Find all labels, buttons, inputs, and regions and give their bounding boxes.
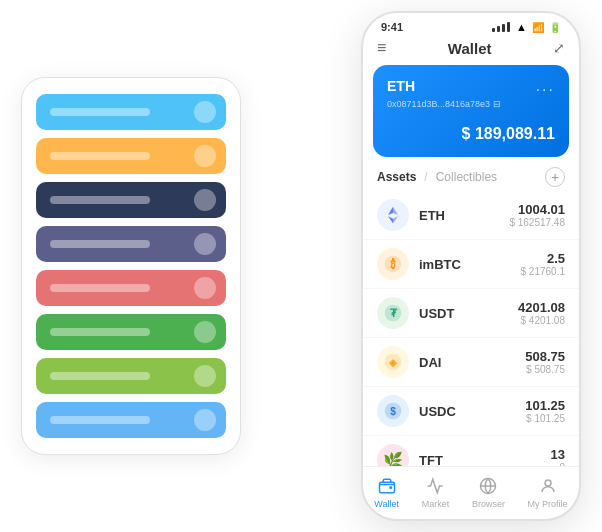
asset-amount: 508.75 (525, 349, 565, 364)
svg-marker-3 (388, 216, 393, 223)
svg-text:$: $ (390, 406, 396, 417)
nav-wallet[interactable]: Wallet (374, 475, 399, 509)
asset-amounts: 13 0 (551, 447, 565, 466)
asset-name: ETH (419, 208, 499, 223)
list-item[interactable] (36, 182, 226, 218)
table-row[interactable]: ETH 1004.01 $ 162517.48 (363, 191, 579, 240)
browser-icon (477, 475, 499, 497)
phone: 9:41 ▲ 📶 🔋 ≡ Wallet ⤢ ETH (361, 11, 581, 521)
list-item[interactable] (36, 314, 226, 350)
list-item[interactable] (36, 358, 226, 394)
svg-point-14 (545, 480, 551, 486)
nav-market[interactable]: Market (422, 475, 450, 509)
usdc-icon: $ (377, 395, 409, 427)
scene: 9:41 ▲ 📶 🔋 ≡ Wallet ⤢ ETH (21, 11, 581, 521)
wallet-icon (376, 475, 398, 497)
list-item[interactable] (36, 138, 226, 174)
status-time: 9:41 (381, 21, 403, 33)
nav-browser-label: Browser (472, 499, 505, 509)
assets-header: Assets / Collectibles + (363, 157, 579, 191)
eth-icon (377, 199, 409, 231)
svg-text:₿: ₿ (390, 258, 396, 270)
nav-market-label: Market (422, 499, 450, 509)
nav-wallet-label: Wallet (374, 499, 399, 509)
eth-balance-prefix: $ (462, 125, 475, 142)
asset-amount: 1004.01 (509, 202, 565, 217)
svg-marker-1 (388, 207, 393, 215)
add-asset-button[interactable]: + (545, 167, 565, 187)
imbtc-icon: ₿ (377, 248, 409, 280)
bottom-nav: Wallet Market Browser My Profile (363, 466, 579, 519)
tft-icon: 🌿 (377, 444, 409, 466)
asset-usd: $ 162517.48 (509, 217, 565, 228)
asset-name: TFT (419, 453, 541, 467)
nav-profile-label: My Profile (528, 499, 568, 509)
usdt-icon: ₮ (377, 297, 409, 329)
asset-usd: $ 508.75 (525, 364, 565, 375)
table-row[interactable]: $ USDC 101.25 $ 101.25 (363, 387, 579, 436)
card-stack (21, 77, 241, 455)
eth-balance-value: 189,089.11 (475, 125, 555, 142)
nav-profile[interactable]: My Profile (528, 475, 568, 509)
tab-collectibles[interactable]: Collectibles (436, 170, 497, 184)
svg-text:◈: ◈ (388, 357, 398, 368)
eth-more-icon[interactable]: ... (536, 77, 555, 95)
eth-ticker: ETH (387, 78, 415, 94)
asset-amounts: 2.5 $ 21760.1 (521, 251, 566, 277)
table-row[interactable]: ◈ DAI 508.75 $ 508.75 (363, 338, 579, 387)
asset-name: USDT (419, 306, 508, 321)
table-row[interactable]: 🌿 TFT 13 0 (363, 436, 579, 466)
list-item[interactable] (36, 402, 226, 438)
svg-marker-0 (393, 207, 398, 215)
page-title: Wallet (448, 40, 492, 57)
svg-text:₮: ₮ (390, 307, 398, 319)
assets-tabs: Assets / Collectibles (377, 170, 497, 184)
asset-amount: 2.5 (521, 251, 566, 266)
table-row[interactable]: ₮ USDT 4201.08 $ 4201.08 (363, 289, 579, 338)
eth-card[interactable]: ETH ... 0x08711d3B...8416a78e3 ⊟ $ 189,0… (373, 65, 569, 157)
tab-assets[interactable]: Assets (377, 170, 416, 184)
expand-icon[interactable]: ⤢ (553, 40, 565, 56)
asset-amount: 13 (551, 447, 565, 462)
asset-amount: 4201.08 (518, 300, 565, 315)
asset-usd: $ 21760.1 (521, 266, 566, 277)
asset-name: imBTC (419, 257, 511, 272)
dai-icon: ◈ (377, 346, 409, 378)
phone-header: ≡ Wallet ⤢ (363, 33, 579, 65)
asset-amounts: 1004.01 $ 162517.48 (509, 202, 565, 228)
tab-separator: / (424, 170, 427, 184)
list-item[interactable] (36, 226, 226, 262)
list-item[interactable] (36, 94, 226, 130)
hamburger-icon[interactable]: ≡ (377, 39, 386, 57)
list-item[interactable] (36, 270, 226, 306)
asset-amount: 101.25 (525, 398, 565, 413)
asset-list: ETH 1004.01 $ 162517.48 ₿ imBTC 2.5 $ 21… (363, 191, 579, 466)
eth-balance: $ 189,089.11 (387, 119, 555, 145)
asset-amounts: 508.75 $ 508.75 (525, 349, 565, 375)
status-bar: 9:41 ▲ 📶 🔋 (363, 13, 579, 33)
asset-usd: $ 101.25 (525, 413, 565, 424)
eth-address: 0x08711d3B...8416a78e3 ⊟ (387, 99, 555, 109)
nav-browser[interactable]: Browser (472, 475, 505, 509)
asset-amounts: 4201.08 $ 4201.08 (518, 300, 565, 326)
market-icon (424, 475, 446, 497)
asset-name: USDC (419, 404, 515, 419)
profile-icon (537, 475, 559, 497)
status-icons: ▲ 📶 🔋 (492, 21, 561, 33)
table-row[interactable]: ₿ imBTC 2.5 $ 21760.1 (363, 240, 579, 289)
asset-usd: $ 4201.08 (518, 315, 565, 326)
svg-marker-2 (393, 216, 398, 223)
asset-amounts: 101.25 $ 101.25 (525, 398, 565, 424)
asset-name: DAI (419, 355, 515, 370)
